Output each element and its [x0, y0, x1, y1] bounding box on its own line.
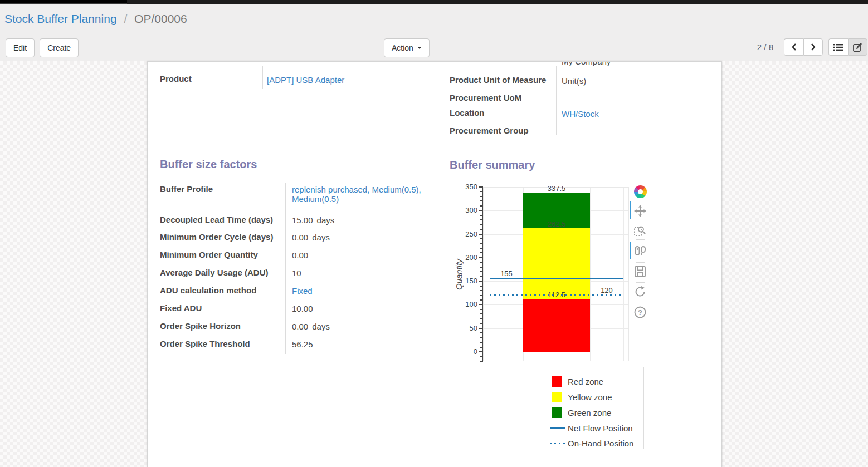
buffer-summary-title: Buffer summary: [450, 159, 535, 171]
y-tick: [479, 351, 483, 352]
field-label-fixed-adu: Fixed ADU: [160, 303, 202, 313]
form-view-button[interactable]: [848, 38, 867, 56]
y-minor-tick: [480, 361, 483, 362]
create-button[interactable]: Create: [40, 38, 79, 57]
group-separator: [262, 66, 263, 89]
row-divider: [148, 66, 436, 66]
list-view-button[interactable]: [828, 38, 848, 56]
net-flow-position-line[interactable]: [490, 278, 623, 279]
field-label-order-spike-threshold: Order Spike Threshold: [160, 339, 250, 348]
legend-item-green-zone[interactable]: Green zone: [568, 408, 611, 417]
modebar-separator: [636, 262, 645, 263]
y-minor-tick: [480, 290, 483, 291]
pager-count: 2 / 8: [757, 42, 773, 52]
legend-item-red-zone[interactable]: Red zone: [568, 377, 603, 386]
help-icon[interactable]: ?: [633, 306, 647, 319]
pager-buttons: [784, 38, 823, 56]
field-value-adu-calculation-method[interactable]: Fixed: [292, 286, 313, 296]
y-tick: [479, 281, 483, 282]
y-minor-tick: [480, 318, 483, 319]
top-window-bar: [0, 0, 868, 4]
field-label-average-daily-usage-adu: Average Daily Usage (ADU): [160, 268, 269, 277]
modebar-separator: [636, 239, 645, 240]
legend-item-yellow-zone[interactable]: Yellow zone: [568, 392, 612, 402]
y-minor-tick: [480, 309, 483, 310]
legend-item-net-flow-position[interactable]: Net Flow Position: [568, 424, 633, 433]
modebar-active-indicator: [630, 201, 631, 219]
y-minor-tick: [480, 286, 483, 287]
svg-text:?: ?: [638, 308, 642, 317]
y-minor-tick: [480, 252, 483, 253]
on-hand-value-label: 120: [590, 286, 623, 294]
y-minor-tick: [480, 299, 483, 301]
chevron-right-icon: [810, 43, 816, 51]
form-sheet: My Company Product [ADPT] USB Adapter Pr…: [147, 61, 722, 467]
field-value-product-unit-of-measure: Unit(s): [562, 76, 586, 86]
breadcrumb-separator: /: [124, 12, 127, 25]
field-value-fixed-adu: 10.00: [292, 304, 313, 313]
legend-item-on-hand-position[interactable]: On-Hand Position: [568, 439, 633, 448]
y-minor-tick: [480, 205, 483, 207]
y-minor-tick: [480, 356, 483, 357]
pager-previous-button[interactable]: [784, 38, 803, 56]
y-minor-tick: [480, 267, 483, 268]
breadcrumb: Stock Buffer Planning / OP/00006: [0, 4, 868, 36]
y-minor-tick: [480, 229, 483, 230]
view-switcher: [828, 38, 867, 56]
field-label-minimum-order-quantity: Minimum Order Quantity: [160, 250, 258, 259]
y-tick-label: 300: [456, 206, 477, 214]
field-label-procurement-group: Procurement Group: [450, 126, 529, 135]
y-minor-tick: [480, 342, 483, 343]
breadcrumb-parent-link[interactable]: Stock Buffer Planning: [4, 12, 117, 25]
product-value-link[interactable]: [ADPT] USB Adapter: [267, 75, 344, 85]
field-label-buffer-profile: Buffer Profile: [160, 184, 213, 194]
refresh-icon[interactable]: [633, 285, 647, 298]
pager-next-button[interactable]: [803, 38, 823, 56]
field-label-minimum-order-cycle-days: Minimum Order Cycle (days): [160, 232, 273, 242]
plotly-logo-icon[interactable]: [633, 185, 647, 198]
green-zone-swatch: [552, 407, 562, 418]
red-zone-swatch: [552, 376, 562, 387]
buffer-size-factors-title: Buffer size factors: [160, 158, 257, 171]
modebar-active-indicator: [630, 242, 631, 259]
field-label-product-unit-of-measure: Product Unit of Measure: [450, 75, 546, 85]
yellow-zone-swatch: [552, 392, 562, 402]
y-axis-line: [482, 187, 483, 361]
field-label-adu-calculation-method: ADU calculation method: [160, 286, 256, 295]
y-minor-tick: [480, 313, 483, 314]
breadcrumb-current: OP/00006: [134, 12, 187, 25]
yellow-zone-bar[interactable]: [523, 228, 590, 299]
hover-compare-icon[interactable]: [633, 244, 647, 258]
y-tick-label: 250: [456, 230, 477, 238]
buffer-summary-chart: 050100150200250300350 Quantity 337.5 262…: [450, 181, 654, 454]
y-tick-label: 0: [456, 347, 477, 356]
field-value-buffer-profile[interactable]: replenish purchased, Medium(0.5), Medium…: [292, 185, 432, 204]
y-minor-tick: [480, 238, 483, 239]
red-zone-bar[interactable]: [523, 299, 590, 352]
edit-button[interactable]: Edit: [6, 38, 35, 57]
action-button-label: Action: [392, 43, 413, 52]
modebar-separator: [636, 282, 645, 283]
action-button[interactable]: Action: [384, 38, 430, 57]
y-minor-tick: [480, 347, 483, 348]
y-minor-tick: [480, 295, 483, 296]
field-value-location[interactable]: WH/Stock: [562, 109, 599, 119]
field-label-decoupled-lead-time-days: Decoupled Lead Time (days): [160, 215, 273, 224]
y-axis-title: Quantity: [454, 259, 464, 290]
green-zone-bottom-label: 262.5: [523, 220, 590, 228]
pan-icon[interactable]: [633, 204, 647, 218]
y-tick-label: 50: [456, 324, 477, 332]
y-minor-tick: [480, 196, 483, 197]
field-value-minimum-order-cycle-days: 0.00days: [292, 233, 330, 242]
y-minor-tick: [480, 224, 483, 225]
pager: 2 / 8: [757, 38, 867, 56]
net-flow-value-label: 155: [491, 269, 522, 278]
y-minor-tick: [480, 200, 483, 201]
save-icon[interactable]: [633, 265, 647, 278]
y-minor-tick: [480, 332, 483, 333]
y-tick: [479, 210, 483, 211]
zoom-icon[interactable]: [633, 224, 647, 237]
y-minor-tick: [480, 337, 483, 338]
screen: Stock Buffer Planning / OP/00006 Edit Cr…: [0, 0, 868, 467]
list-view-icon: [833, 43, 843, 51]
